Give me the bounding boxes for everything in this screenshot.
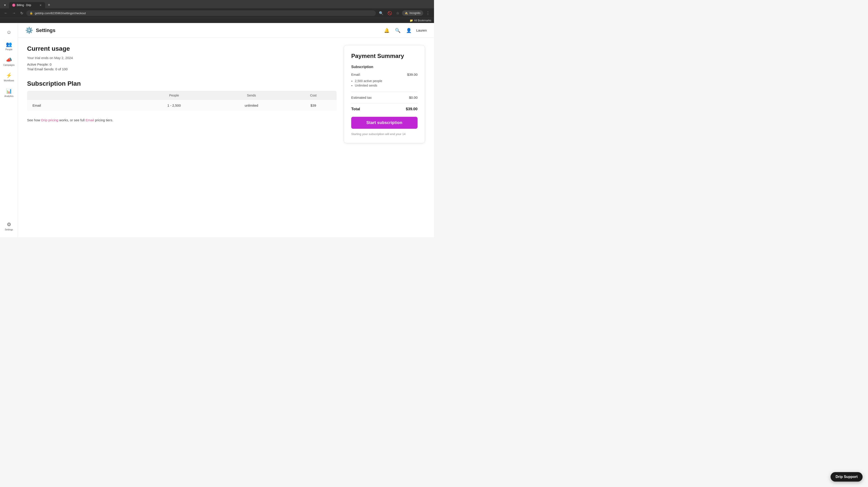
browser-chrome: ▼ D Billing · Drip × + ← → ↻ 🔒 getdrip.c… xyxy=(0,0,434,23)
total-label: Total xyxy=(351,107,360,111)
plan-features-list: 2,500 active people Unlimited sends xyxy=(355,79,417,87)
header-search-button[interactable]: 🔍 xyxy=(394,27,402,34)
current-usage-section: Current usage Your trial ends on May 2, … xyxy=(27,45,337,71)
incognito-icon: 🕵 xyxy=(405,11,408,15)
user-avatar-button[interactable]: 👤 xyxy=(405,27,412,34)
sidebar-campaigns-label: Campaigns xyxy=(3,64,15,66)
tab-group-button[interactable]: ▼ xyxy=(2,3,8,8)
sidebar-item-workflows[interactable]: ⚡ Workflows xyxy=(1,70,17,85)
estimated-tax-row: Estimated tax $0.00 xyxy=(351,96,417,99)
feature-active-people: 2,500 active people xyxy=(355,79,417,83)
logo-icon: ☺ xyxy=(6,29,11,35)
table-row: Email 1 - 2,500 unlimited $39 xyxy=(27,100,337,111)
analytics-icon: 📊 xyxy=(6,88,12,94)
workflows-icon: ⚡ xyxy=(6,73,12,78)
browser-toolbar: ← → ↻ 🔒 getdrip.com/8235963/settings/che… xyxy=(0,8,434,18)
content-main: Current usage Your trial ends on May 2, … xyxy=(27,45,337,143)
subscription-note: Starting your subscription will end your… xyxy=(351,132,417,136)
table-header-people: People xyxy=(135,91,213,100)
table-header-cost: Cost xyxy=(290,91,337,100)
content-area: Current usage Your trial ends on May 2, … xyxy=(18,38,434,151)
sidebar-workflows-label: Workflows xyxy=(4,79,14,82)
header-settings-icon: ⚙️ xyxy=(25,27,33,34)
table-header-plan xyxy=(27,91,135,100)
subscription-plan-title: Subscription Plan xyxy=(27,80,337,87)
email-price-label: Email: xyxy=(351,73,361,76)
tab-bar: ▼ D Billing · Drip × + xyxy=(0,0,434,8)
header-left: ⚙️ Settings xyxy=(25,27,56,34)
sidebar-item-campaigns[interactable]: 📣 Campaigns xyxy=(1,54,17,69)
lock-icon: 🔒 xyxy=(30,11,33,15)
pricing-note-suffix: pricing tiers. xyxy=(95,118,113,122)
payment-divider-2 xyxy=(351,103,417,103)
search-icon-button[interactable]: 🔍 xyxy=(378,10,385,16)
browser-menu-button[interactable]: ⋮ xyxy=(425,10,431,17)
pricing-note-prefix: See how xyxy=(27,118,41,122)
total-row: Total $39.00 xyxy=(351,107,417,111)
sidebar-item-people[interactable]: 👥 People xyxy=(1,39,17,54)
pricing-note: See how Drip pricing works, or see full … xyxy=(27,118,337,122)
email-price-value: $39.00 xyxy=(407,73,417,76)
user-name[interactable]: Lauren xyxy=(416,28,427,32)
new-tab-button[interactable]: + xyxy=(46,2,52,8)
plan-table: People Sends Cost Email 1 - 2,500 unlimi… xyxy=(27,91,337,111)
all-bookmarks-button[interactable]: 📁 All Bookmarks xyxy=(410,19,431,22)
tab-favicon: D xyxy=(12,4,16,7)
page-header: ⚙️ Settings 🔔 🔍 👤 Lauren xyxy=(18,23,434,38)
refresh-button[interactable]: ↻ xyxy=(19,10,25,16)
bookmarks-bar: 📁 All Bookmarks xyxy=(0,18,434,23)
sidebar-item-settings[interactable]: ⚙ Settings xyxy=(1,219,17,234)
active-people-info: Active People: 0 xyxy=(27,62,337,66)
trial-sends-info: Trial Email Sends: 0 of 100 xyxy=(27,67,337,71)
active-people-value: 0 xyxy=(50,62,52,66)
table-header-sends: Sends xyxy=(213,91,290,100)
tab-close-button[interactable]: × xyxy=(39,3,42,7)
payment-divider-1 xyxy=(351,92,417,92)
incognito-button[interactable]: 🕵 Incognito xyxy=(402,10,423,16)
bookmarks-label: All Bookmarks xyxy=(414,19,431,22)
tab-title: Billing · Drip xyxy=(17,4,38,7)
address-bar[interactable]: 🔒 getdrip.com/8235963/settings/checkout xyxy=(26,10,376,16)
plan-cost-cell: $39 xyxy=(290,100,337,111)
address-text: getdrip.com/8235963/settings/checkout xyxy=(35,11,373,15)
eyeoff-icon-button[interactable]: 🚫 xyxy=(386,10,394,16)
current-usage-title: Current usage xyxy=(27,45,337,52)
incognito-label: Incognito xyxy=(409,11,421,15)
plan-sends-cell: unlimited xyxy=(213,100,290,111)
sidebar-settings-label: Settings xyxy=(5,228,13,231)
trial-sends-label: Trial Email Sends: xyxy=(27,67,54,71)
sidebar: ☺ 👥 People 📣 Campaigns ⚡ Workflows 📊 Ana… xyxy=(0,23,18,237)
subscription-label: Subscription xyxy=(351,65,417,69)
main-content: ⚙️ Settings 🔔 🔍 👤 Lauren Current usage Y… xyxy=(18,23,434,237)
trial-sends-value: 0 of 100 xyxy=(55,67,67,71)
sidebar-item-logo[interactable]: ☺ xyxy=(1,27,17,38)
app-container: ☺ 👥 People 📣 Campaigns ⚡ Workflows 📊 Ana… xyxy=(0,23,434,237)
header-right: 🔔 🔍 👤 Lauren xyxy=(383,27,427,34)
sidebar-analytics-label: Analytics xyxy=(4,95,13,97)
payment-summary-title: Payment Summary xyxy=(351,53,417,60)
browser-tab-active[interactable]: D Billing · Drip × xyxy=(9,2,45,8)
campaigns-icon: 📣 xyxy=(6,57,12,63)
drip-pricing-link[interactable]: Drip pricing xyxy=(41,118,58,122)
page-title: Settings xyxy=(36,28,56,33)
forward-button[interactable]: → xyxy=(11,10,17,16)
notification-bell-button[interactable]: 🔔 xyxy=(383,27,391,34)
people-icon: 👥 xyxy=(6,41,12,47)
sidebar-item-analytics[interactable]: 📊 Analytics xyxy=(1,86,17,100)
start-subscription-button[interactable]: Start subscription xyxy=(351,117,417,129)
subscription-plan-section: Subscription Plan People Sends Cost xyxy=(27,80,337,122)
back-button[interactable]: ← xyxy=(3,10,9,16)
email-pricing-link[interactable]: Email xyxy=(86,118,94,122)
bookmark-star-button[interactable]: ☆ xyxy=(395,10,401,16)
plan-people-cell: 1 - 2,500 xyxy=(135,100,213,111)
toolbar-icons: 🔍 🚫 ☆ 🕵 Incognito ⋮ xyxy=(378,10,431,17)
email-price-row: Email: $39.00 xyxy=(351,73,417,76)
estimated-tax-value: $0.00 xyxy=(409,96,417,99)
trial-notice: Your trial ends on May 2, 2024 xyxy=(27,56,337,60)
plan-name-cell: Email xyxy=(27,100,135,111)
payment-summary-card: Payment Summary Subscription Email: $39.… xyxy=(344,45,425,143)
total-value: $39.00 xyxy=(406,107,417,111)
pricing-note-middle: works, or see full xyxy=(59,118,86,122)
feature-unlimited-sends: Unlimited sends xyxy=(355,84,417,87)
bookmarks-folder-icon: 📁 xyxy=(410,19,413,22)
